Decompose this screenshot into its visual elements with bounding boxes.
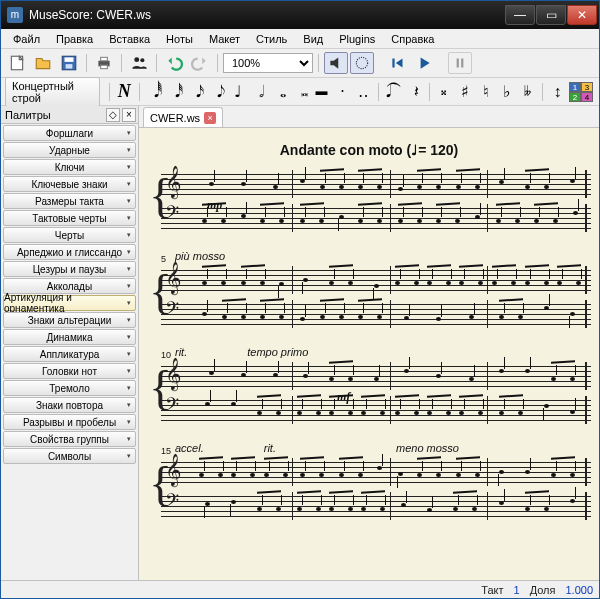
svg-rect-10: [392, 59, 394, 68]
status-measure-label: Такт: [481, 584, 503, 596]
palette-item[interactable]: Головки нот: [3, 363, 136, 379]
print-button[interactable]: [92, 52, 116, 74]
close-button[interactable]: ✕: [567, 5, 597, 25]
voice-selector[interactable]: 1 3 2 4: [569, 82, 593, 102]
menu-view[interactable]: Вид: [295, 31, 331, 47]
menubar: Файл Правка Вставка Ноты Макет Стиль Вид…: [1, 29, 599, 49]
svg-rect-2: [65, 57, 74, 62]
double-dot-button[interactable]: ‥: [354, 81, 373, 103]
svg-rect-12: [461, 59, 463, 68]
palette-item[interactable]: Черты: [3, 227, 136, 243]
tab-document[interactable]: CWER.ws ×: [143, 107, 223, 127]
flat-button[interactable]: ♭: [497, 81, 516, 103]
people-button[interactable]: [127, 52, 151, 74]
status-measure-value: 1: [514, 584, 520, 596]
tab-strip: CWER.ws ×: [139, 106, 599, 128]
palette-item[interactable]: Ключи: [3, 159, 136, 175]
duration-half-button[interactable]: 𝅗𝅥: [249, 81, 268, 103]
svg-point-8: [140, 58, 144, 62]
palette-item[interactable]: Арпеджио и глиссандо: [3, 244, 136, 260]
menu-file[interactable]: Файл: [5, 31, 48, 47]
palette-item[interactable]: Знаки альтерации: [3, 312, 136, 328]
maximize-button[interactable]: ▭: [536, 5, 566, 25]
canvas-area: CWER.ws × Andante con moto (♩= 120) {𝄞mp…: [139, 106, 599, 580]
sidebar-title: Палитры: [3, 109, 104, 121]
tab-label: CWER.ws: [150, 112, 200, 124]
palette-item[interactable]: Ключевые знаки: [3, 176, 136, 192]
redo-button[interactable]: [188, 52, 212, 74]
menu-insert[interactable]: Вставка: [101, 31, 158, 47]
palette-item[interactable]: Ударные: [3, 142, 136, 158]
duration-double-button[interactable]: 𝅜: [291, 81, 310, 103]
palette-item[interactable]: Артикуляция и орнаментика: [3, 295, 136, 311]
duration-quarter-button[interactable]: ♩: [228, 81, 247, 103]
duration-64th-button[interactable]: 𝅘𝅥𝅱: [145, 81, 164, 103]
palette-list: ФоршлагиУдарныеКлючиКлючевые знакиРазмер…: [1, 124, 138, 580]
toolbar-notes: Концертный строй N 𝅘𝅥𝅱 𝅘𝅥𝅰 𝅘𝅥𝅯 𝅘𝅥𝅮 ♩ 𝅗𝅥 …: [1, 78, 599, 106]
note-input-button[interactable]: N: [115, 81, 134, 103]
double-flat-button[interactable]: 𝄫: [518, 81, 537, 103]
svg-point-9: [356, 57, 367, 68]
menu-plugins[interactable]: Plugins: [331, 31, 383, 47]
palette-item[interactable]: Знаки повтора: [3, 397, 136, 413]
window-title: MuseScore: CWER.ws: [29, 8, 504, 22]
sidebar-header: Палитры ◇ ×: [1, 106, 138, 124]
palette-item[interactable]: Динамика: [3, 329, 136, 345]
undo-button[interactable]: [162, 52, 186, 74]
menu-notes[interactable]: Ноты: [158, 31, 201, 47]
open-button[interactable]: [31, 52, 55, 74]
status-beat-label: Доля: [530, 584, 556, 596]
midi-button[interactable]: [350, 52, 374, 74]
duration-32nd-button[interactable]: 𝅘𝅥𝅰: [165, 81, 184, 103]
tab-close-button[interactable]: ×: [204, 112, 216, 124]
svg-rect-3: [66, 64, 73, 69]
tie-button[interactable]: 𝅘𝅥⁀: [384, 81, 403, 103]
duration-whole-button[interactable]: 𝅝: [270, 81, 289, 103]
sidebar-undock-button[interactable]: ◇: [106, 108, 120, 122]
window-buttons: — ▭ ✕: [504, 5, 597, 25]
repeat-button[interactable]: [448, 52, 472, 74]
main-area: Палитры ◇ × ФоршлагиУдарныеКлючиКлючевые…: [1, 106, 599, 580]
new-button[interactable]: [5, 52, 29, 74]
palette-item[interactable]: Цезуры и паузы: [3, 261, 136, 277]
sound-button[interactable]: [324, 52, 348, 74]
duration-8th-button[interactable]: 𝅘𝅥𝅮: [207, 81, 226, 103]
save-button[interactable]: [57, 52, 81, 74]
score-canvas[interactable]: Andante con moto (♩= 120) {𝄞mp𝄢più mosso…: [139, 128, 599, 580]
dot-button[interactable]: ·: [333, 81, 352, 103]
double-sharp-button[interactable]: 𝄪: [434, 81, 453, 103]
zoom-select[interactable]: 100%: [223, 53, 313, 73]
menu-layout[interactable]: Макет: [201, 31, 248, 47]
palette-item[interactable]: Размеры такта: [3, 193, 136, 209]
status-beat-value: 1.000: [565, 584, 593, 596]
svg-rect-11: [457, 59, 459, 68]
statusbar: Такт 1 Доля 1.000: [1, 580, 599, 598]
palette-item[interactable]: Тактовые черты: [3, 210, 136, 226]
palette-item[interactable]: Аппликатура: [3, 346, 136, 362]
rewind-button[interactable]: [386, 52, 410, 74]
minimize-button[interactable]: —: [505, 5, 535, 25]
palette-item[interactable]: Тремоло: [3, 380, 136, 396]
score-title: Andante con moto (♩= 120): [147, 142, 591, 158]
svg-point-7: [134, 57, 139, 62]
sidebar-palettes: Палитры ◇ × ФоршлагиУдарныеКлючиКлючевые…: [1, 106, 139, 580]
sharp-button[interactable]: ♯: [455, 81, 474, 103]
menu-style[interactable]: Стиль: [248, 31, 295, 47]
concert-pitch-button[interactable]: Концертный строй: [5, 77, 100, 107]
sidebar-close-button[interactable]: ×: [122, 108, 136, 122]
svg-rect-5: [101, 57, 108, 60]
menu-help[interactable]: Справка: [383, 31, 442, 47]
palette-item[interactable]: Форшлаги: [3, 125, 136, 141]
palette-item[interactable]: Разрывы и пробелы: [3, 414, 136, 430]
duration-16th-button[interactable]: 𝅘𝅥𝅯: [186, 81, 205, 103]
natural-button[interactable]: ♮: [476, 81, 495, 103]
duration-long-button[interactable]: ▬: [312, 81, 331, 103]
rest-button[interactable]: 𝄽: [405, 81, 424, 103]
titlebar: m MuseScore: CWER.ws — ▭ ✕: [1, 1, 599, 29]
svg-rect-6: [101, 65, 108, 68]
palette-item[interactable]: Символы: [3, 448, 136, 464]
palette-item[interactable]: Свойства группы: [3, 431, 136, 447]
flip-button[interactable]: ↕: [548, 81, 567, 103]
play-button[interactable]: [412, 52, 436, 74]
menu-edit[interactable]: Правка: [48, 31, 101, 47]
